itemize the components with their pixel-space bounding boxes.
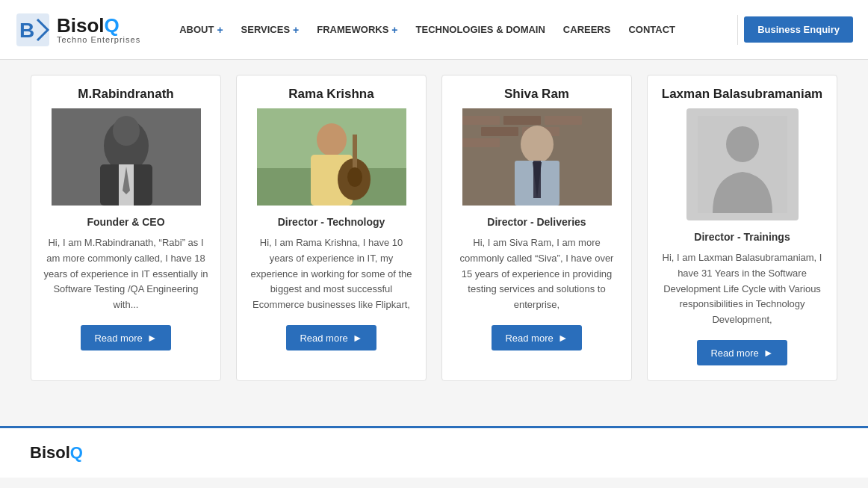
nav-frameworks[interactable]: FRAMEWORKS + <box>308 0 406 60</box>
header: B BisolQ Techno Enterprises ABOUT + SERV… <box>0 0 868 60</box>
card-desc-shivaram: Hi, I am Siva Ram, I am more commonly ca… <box>442 235 631 313</box>
team-card-ramakrishna: Rama Krishna Director - Techno <box>236 75 427 381</box>
card-desc-ramakrishna: Hi, I am Rama Krishna, I have 10 years o… <box>237 235 426 313</box>
nav-about-plus: + <box>217 24 223 36</box>
card-role-ramakrishna: Director - Technology <box>278 216 385 228</box>
logo[interactable]: B BisolQ Techno Enterprises <box>15 12 140 48</box>
footer-logo: BisolQ <box>30 443 83 463</box>
team-card-shivaram: Shiva Ram <box>441 75 632 381</box>
card-role-shivaram: Director - Deliveries <box>487 216 586 228</box>
read-more-arrow-rabindranath: ► <box>147 332 158 344</box>
svg-rect-20 <box>545 116 582 125</box>
svg-point-29 <box>726 126 759 162</box>
read-more-button-rabindranath[interactable]: Read more ► <box>81 325 170 350</box>
card-role-rabindranath: Founder & CEO <box>87 216 164 228</box>
svg-point-15 <box>347 167 362 187</box>
card-desc-rabindranath: Hi, I am M.Rabindranath, “Rabi” as I am … <box>31 235 220 313</box>
logo-brand: BisolQ <box>57 16 140 35</box>
nav-services[interactable]: SERVICES + <box>232 0 309 60</box>
card-role-laxman: Director - Trainings <box>694 231 790 243</box>
business-enquiry-button[interactable]: Business Enquiry <box>744 16 853 43</box>
team-card-rabindranath: M.Rabindranath Founder & CEO Hi, I am <box>31 75 221 381</box>
nav-services-plus: + <box>293 24 299 36</box>
svg-point-4 <box>113 116 140 146</box>
card-desc-laxman: Hi, I am Laxman Balasubramaniam, I have … <box>648 250 837 328</box>
logo-icon: B <box>15 12 51 48</box>
read-more-arrow-ramakrishna: ► <box>353 332 363 344</box>
team-cards-row: M.Rabindranath Founder & CEO Hi, I am <box>30 75 838 381</box>
read-more-button-laxman[interactable]: Read more ► <box>697 340 787 365</box>
portrait-ramakrishna <box>257 108 406 206</box>
main-content: M.Rabindranath Founder & CEO Hi, I am <box>0 60 868 411</box>
nav-technologies[interactable]: TECHNOLOGIES & DOMAIN <box>407 0 554 60</box>
svg-point-11 <box>317 123 347 156</box>
read-more-arrow-shivaram: ► <box>558 332 568 344</box>
card-photo-ramakrishna <box>257 108 406 206</box>
nav-about[interactable]: ABOUT + <box>170 0 232 60</box>
footer: BisolQ <box>0 426 868 478</box>
portrait-rabindranath <box>52 108 201 206</box>
silhouette-icon <box>698 116 787 213</box>
svg-rect-23 <box>462 138 500 147</box>
portrait-shivaram <box>462 108 612 206</box>
svg-rect-18 <box>462 116 500 125</box>
svg-text:B: B <box>19 19 34 42</box>
nav-contact[interactable]: CONTACT <box>619 0 684 60</box>
card-name-shivaram: Shiva Ram <box>497 75 577 108</box>
svg-rect-21 <box>481 127 518 136</box>
nav-frameworks-plus: + <box>391 24 397 36</box>
nav-divider <box>737 15 738 45</box>
team-card-laxman: Laxman Balasubramaniam Director - Traini… <box>647 75 837 381</box>
nav-careers[interactable]: CAREERS <box>554 0 620 60</box>
read-more-arrow-laxman: ► <box>763 347 774 359</box>
card-photo-rabindranath <box>52 108 201 206</box>
card-name-ramakrishna: Rama Krishna <box>281 75 381 108</box>
main-nav: ABOUT + SERVICES + FRAMEWORKS + TECHNOLO… <box>170 0 731 60</box>
read-more-button-ramakrishna[interactable]: Read more ► <box>286 325 376 350</box>
card-name-laxman: Laxman Balasubramaniam <box>654 75 830 108</box>
logo-sub: Techno Enterprises <box>57 35 140 44</box>
svg-rect-19 <box>503 116 541 125</box>
svg-point-24 <box>521 126 554 163</box>
read-more-button-shivaram[interactable]: Read more ► <box>492 325 581 350</box>
card-photo-laxman <box>686 108 799 220</box>
card-photo-shivaram <box>462 108 612 206</box>
card-name-rabindranath: M.Rabindranath <box>70 75 181 108</box>
